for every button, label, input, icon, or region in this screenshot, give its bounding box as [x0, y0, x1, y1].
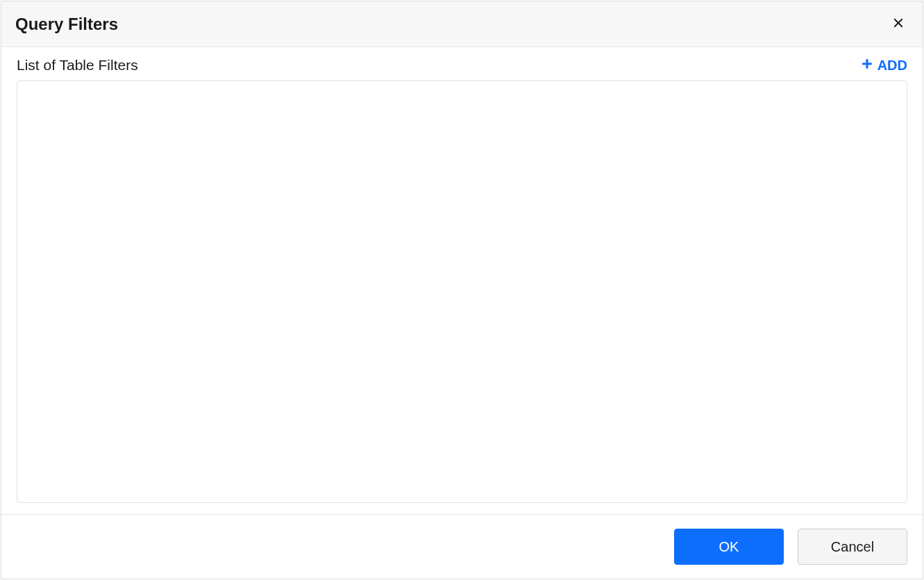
- filter-list-label: List of Table Filters: [17, 57, 138, 74]
- dialog-body: List of Table Filters ADD: [1, 47, 923, 514]
- dialog-header: Query Filters: [1, 1, 923, 47]
- svg-rect-3: [862, 62, 872, 65]
- add-filter-button[interactable]: ADD: [861, 58, 907, 74]
- ok-button[interactable]: OK: [674, 529, 784, 565]
- filter-list-box[interactable]: [17, 80, 907, 503]
- close-icon: [892, 17, 905, 31]
- dialog-footer: OK Cancel: [1, 514, 923, 579]
- add-filter-label: ADD: [877, 58, 907, 74]
- dialog-title: Query Filters: [15, 15, 118, 34]
- cancel-button[interactable]: Cancel: [798, 529, 907, 565]
- plus-icon: [861, 58, 873, 74]
- filter-list-header: List of Table Filters ADD: [17, 57, 907, 74]
- close-button[interactable]: [889, 14, 907, 34]
- query-filters-dialog: Query Filters List of Table Filters A: [1, 1, 923, 579]
